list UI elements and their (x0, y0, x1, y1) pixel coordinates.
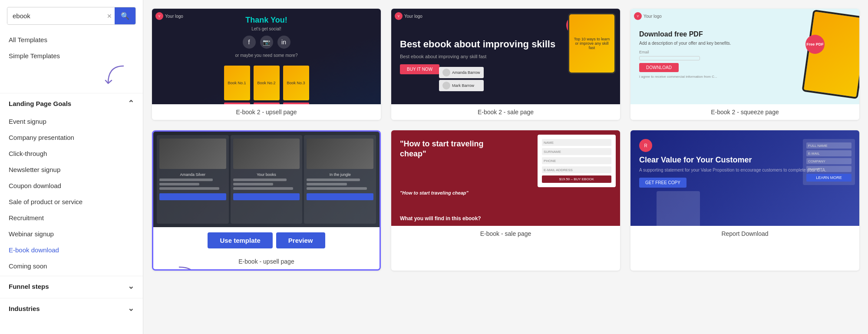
section-header-funnel-steps[interactable]: Funnel steps ⌄ (0, 276, 143, 296)
sidebar-item-newsletter-signup[interactable]: Newsletter signup (0, 162, 143, 178)
template-card-ebook2-upsell[interactable]: Y Your logo Thank You! Let's get social!… (152, 9, 381, 120)
buy-it-now-button[interactable]: BUY IT NOW (400, 64, 439, 74)
monitor-image (657, 191, 700, 226)
main-content: Y Your logo Thank You! Let's get social!… (143, 0, 868, 334)
section-label-funnel-steps: Funnel steps (9, 283, 49, 290)
template-thumbnail-ebook2-upsell: Y Your logo Thank You! Let's get social!… (152, 9, 381, 104)
chevron-down-icon-funnel: ⌄ (128, 281, 134, 291)
sidebar-item-event-signup[interactable]: Event signup (0, 113, 143, 129)
use-template-button[interactable]: Use template (208, 232, 272, 248)
template-label-report-download: Report Download (630, 226, 859, 241)
thank-you-text: Thank You! (245, 16, 287, 25)
facebook-icon: f (243, 36, 256, 49)
sidebar-annotation-arrow (0, 64, 143, 91)
template-thumbnail-ebook-upsell: Amanda Silver Your books (153, 132, 380, 227)
get-free-copy-button[interactable]: GET FREE COPY (639, 178, 686, 188)
tablet-image-2 (802, 10, 859, 99)
search-input[interactable] (7, 8, 104, 24)
sidebar-item-ebook-download[interactable]: E-book download (0, 242, 143, 258)
free-badge: Free PDF (805, 35, 825, 54)
section-header-landing-page-goals[interactable]: Landing Page Goals ⌃ (0, 93, 143, 113)
avatar-1 (442, 69, 450, 76)
book-2: Book No.2 (254, 66, 280, 100)
sidebar-item-simple-templates[interactable]: Simple Templates (0, 48, 143, 64)
template-card-ebook-sale[interactable]: "How to start traveling cheap" NAME SURN… (391, 130, 620, 271)
template-label-ebook2-upsell: E-book 2 - upsell page (152, 104, 381, 120)
book-3: Book No.3 (283, 66, 309, 100)
templates-grid: Y Your logo Thank You! Let's get social!… (152, 9, 859, 271)
avatar-2 (442, 82, 450, 89)
chevron-up-icon: ⌃ (128, 99, 134, 108)
template-label-ebook2-squeeze: E-book 2 - squeeze page (630, 104, 859, 120)
instagram-icon: 📷 (260, 36, 273, 49)
book-1: Book No.1 (224, 66, 250, 100)
clear-search-button[interactable]: ✕ (104, 13, 115, 20)
logo-icon: Y (155, 12, 163, 20)
template-thumbnail-report: R Clear Value for Your Customer A suppor… (630, 130, 859, 226)
template-thumbnail-ebook2-squeeze: Y Your logo Download free PDF Add a desc… (630, 9, 859, 104)
sidebar-item-company-presentation[interactable]: Company presentation (0, 129, 143, 146)
sidebar-item-coming-soon[interactable]: Coming soon (0, 258, 143, 274)
template-card-ebook2-sale[interactable]: Y Your logo Best ebook about improving s… (391, 9, 620, 120)
section-label-landing-page-goals: Landing Page Goals (9, 100, 71, 107)
sidebar-item-webinar-signup[interactable]: Webinar signup (0, 226, 143, 242)
download-button[interactable]: DOWNLOAD (639, 63, 679, 72)
tablet-image: Top 10 ways to learn or improve any skil… (568, 13, 616, 74)
logo-icon-2: Y (395, 12, 403, 20)
sidebar-item-sale-of-product[interactable]: Sale of product or service (0, 194, 143, 210)
template-card-ebook-upsell[interactable]: Amanda Silver Your books (152, 130, 381, 271)
template-thumbnail-ebook-sale: "How to start traveling cheap" NAME SURN… (391, 130, 620, 226)
search-bar: ✕ 🔍 (7, 7, 136, 25)
chevron-down-icon-industries: ⌄ (128, 304, 134, 313)
sidebar-item-coupon-download[interactable]: Coupon download (0, 178, 143, 194)
logo-icon-3: Y (634, 12, 642, 20)
preview-button[interactable]: Preview (276, 232, 325, 248)
template-label-ebook2-sale: E-book 2 - sale page (391, 104, 620, 120)
card-annotation-arrow (166, 265, 201, 271)
linkedin-icon: in (277, 36, 290, 49)
template-thumbnail-ebook2-sale: Y Your logo Best ebook about improving s… (391, 9, 620, 104)
sidebar-item-click-through[interactable]: Click-through (0, 146, 143, 162)
sidebar: ✕ 🔍 All Templates Simple Templates Landi… (0, 0, 143, 334)
template-card-report-download[interactable]: R Clear Value for Your Customer A suppor… (630, 130, 859, 271)
card-actions: Use template Preview (153, 227, 380, 254)
search-button[interactable]: 🔍 (115, 7, 135, 24)
template-card-ebook2-squeeze[interactable]: Y Your logo Download free PDF Add a desc… (630, 9, 859, 120)
template-label-ebook-sale: E-book - sale page (391, 226, 620, 241)
section-label-industries: Industries (9, 305, 40, 312)
section-header-industries[interactable]: Industries ⌄ (0, 298, 143, 318)
sidebar-item-all-templates[interactable]: All Templates (0, 32, 143, 48)
report-logo-icon: R (639, 139, 652, 152)
sidebar-item-recruitment[interactable]: Recruitment (0, 210, 143, 226)
